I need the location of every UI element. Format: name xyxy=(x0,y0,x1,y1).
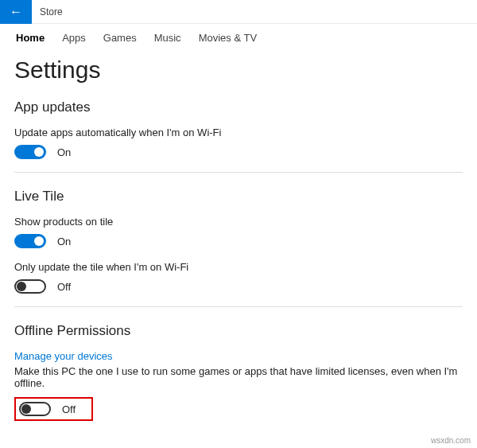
arrow-left-icon: ← xyxy=(10,5,22,19)
toggle-row-update-tile-wifi: Off xyxy=(14,279,463,294)
back-button[interactable]: ← xyxy=(0,0,32,24)
tab-movies-tv[interactable]: Movies & TV xyxy=(199,32,257,44)
titlebar: ← Store xyxy=(0,0,477,24)
highlight-offline-toggle: Off xyxy=(14,397,93,421)
tab-bar: Home Apps Games Music Movies & TV xyxy=(0,24,477,53)
tab-home[interactable]: Home xyxy=(16,32,45,44)
toggle-state-auto-update: On xyxy=(57,146,71,158)
label-show-products: Show products on tile xyxy=(14,216,463,228)
toggle-update-tile-wifi[interactable] xyxy=(14,279,46,294)
tab-music[interactable]: Music xyxy=(154,32,181,44)
label-update-tile-wifi: Only update the tile when I'm on Wi-Fi xyxy=(14,261,463,273)
toggle-state-update-tile-wifi: Off xyxy=(57,281,71,293)
toggle-state-show-products: On xyxy=(57,236,71,247)
label-auto-update: Update apps automatically when I'm on Wi… xyxy=(14,127,463,138)
toggle-row-auto-update: On xyxy=(14,145,463,159)
link-manage-devices[interactable]: Manage your devices xyxy=(14,350,113,362)
page-title: Settings xyxy=(14,56,463,84)
content-area: Settings App updates Update apps automat… xyxy=(0,56,477,421)
section-header-live-tile: Live Tile xyxy=(14,189,463,205)
section-header-offline: Offline Permissions xyxy=(14,323,463,339)
watermark: wsxdn.com xyxy=(431,436,471,445)
section-header-app-updates: App updates xyxy=(14,99,463,115)
app-title: Store xyxy=(40,6,63,18)
divider xyxy=(14,172,463,173)
toggle-state-offline-pc: Off xyxy=(62,403,76,415)
toggle-row-show-products: On xyxy=(14,234,463,248)
tab-games[interactable]: Games xyxy=(103,32,137,44)
divider xyxy=(14,306,463,307)
tab-apps[interactable]: Apps xyxy=(62,32,86,44)
toggle-show-products[interactable] xyxy=(14,234,46,248)
label-offline-desc: Make this PC the one I use to run some g… xyxy=(14,365,463,389)
toggle-offline-pc[interactable] xyxy=(19,402,51,416)
toggle-auto-update[interactable] xyxy=(14,145,46,159)
